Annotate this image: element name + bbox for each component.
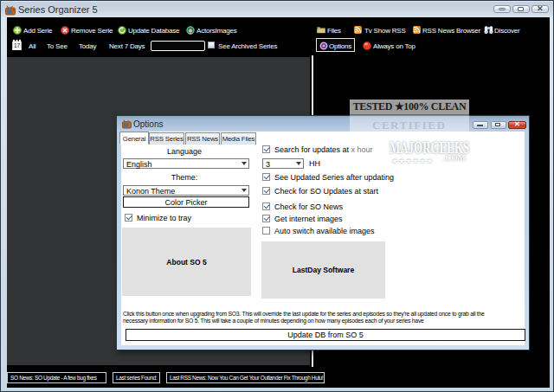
svg-text:17: 17 (14, 42, 21, 48)
